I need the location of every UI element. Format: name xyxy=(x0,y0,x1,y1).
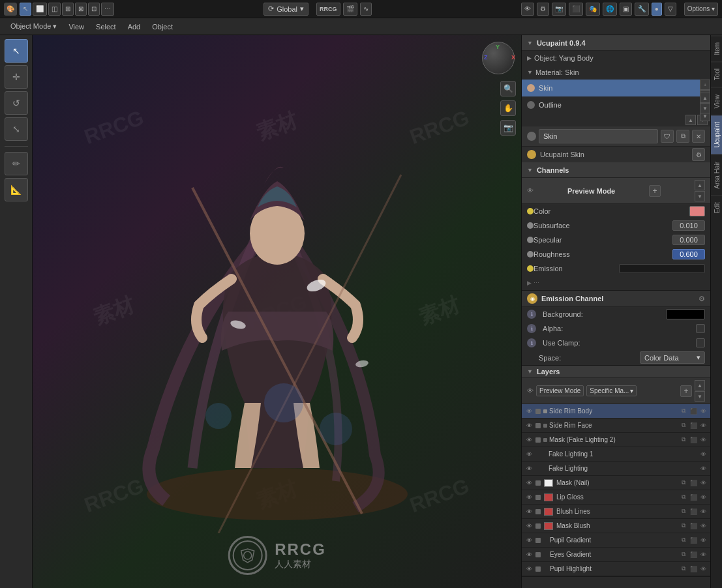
eg-vis-btn[interactable]: 👁 xyxy=(524,550,534,559)
layer-mask-fake-lighting-2[interactable]: 👁 Mask (Fake Lighting 2) ⧉ ⬛ 👁 xyxy=(522,433,710,447)
mn-vis-btn[interactable]: 👁 xyxy=(524,478,534,488)
bl-eye-icon[interactable]: 👁 xyxy=(699,507,708,516)
side-rim-body-vis-btn[interactable]: 👁 xyxy=(524,407,534,416)
vtab-edit[interactable]: Edit xyxy=(711,195,722,220)
ph-mask-icon[interactable]: ⬛ xyxy=(689,565,698,574)
vtab-tool[interactable]: Tool xyxy=(711,61,722,87)
layers-specific-ma[interactable]: Specific Ma... ▾ xyxy=(586,385,637,396)
mfl2-vis-btn[interactable]: 👁 xyxy=(524,435,534,445)
layer-mask-nail[interactable]: 👁 Mask (Nail) ⧉ ⬛ 👁 xyxy=(522,476,710,490)
select-tool-btn[interactable]: ↖ xyxy=(20,3,31,16)
measure-tool[interactable]: 📐 xyxy=(5,178,28,201)
mb-eye-icon[interactable]: 👁 xyxy=(699,522,708,531)
space-dropdown[interactable]: Color Data ▾ xyxy=(640,351,705,364)
color-swatch[interactable] xyxy=(689,206,705,216)
layer-side-rim-body[interactable]: 👁 Side Rim Body ⧉ ⬛ 👁 xyxy=(522,404,710,419)
ph-vis-btn[interactable]: 👁 xyxy=(524,565,534,574)
scene-btn[interactable]: 🎭 xyxy=(586,3,600,16)
fl-vis-btn[interactable]: 👁 xyxy=(524,464,534,473)
scale-tool[interactable]: ⤡ xyxy=(5,117,28,141)
fl1-eye-icon[interactable]: 👁 xyxy=(699,450,708,459)
vtab-ucupaint[interactable]: Ucupaint xyxy=(711,115,722,154)
box-select-btn[interactable]: ⬜ xyxy=(33,3,47,16)
layer-lip-gloss[interactable]: 👁 Lip Gloss ⧉ ⬛ 👁 xyxy=(522,490,710,505)
camera-btn[interactable]: 📷 xyxy=(500,120,516,136)
lg-vis-btn[interactable]: 👁 xyxy=(524,493,534,502)
bl-mask-icon[interactable]: ⬛ xyxy=(689,507,698,516)
toolbar-btn-3[interactable]: ◫ xyxy=(48,3,61,16)
vtab-item[interactable]: Item xyxy=(711,35,722,61)
mat-copy-btn[interactable]: ⧉ xyxy=(676,130,689,143)
eg-copy-icon[interactable]: ⧉ xyxy=(679,550,688,559)
mb-mask-icon[interactable]: ⬛ xyxy=(689,522,698,531)
rotate-tool[interactable]: ↺ xyxy=(5,91,28,115)
settings-btn[interactable]: ⚙ xyxy=(537,3,549,16)
pg-eye-icon[interactable]: 👁 xyxy=(699,536,708,545)
object-menu[interactable]: Object xyxy=(147,22,178,32)
preview-add-btn[interactable]: + xyxy=(649,185,661,197)
data-btn[interactable]: ▽ xyxy=(665,3,676,16)
fl-eye-icon[interactable]: 👁 xyxy=(699,464,708,473)
render-icon-btn[interactable]: 📷 xyxy=(552,3,566,16)
view-menu[interactable]: View xyxy=(63,22,89,32)
side-rim-face-vis-btn[interactable]: 👁 xyxy=(524,421,534,430)
nav-sphere[interactable]: X Y Z xyxy=(482,42,515,74)
mfl2-copy-icon[interactable]: ⧉ xyxy=(679,435,688,445)
layer-eyes-gradient[interactable]: 👁 Eyes Gradient ⧉ ⬛ 👁 xyxy=(522,548,710,562)
channels-chevron[interactable]: ▼ xyxy=(527,167,533,173)
layers-up-btn[interactable]: ▲ xyxy=(695,380,705,390)
eg-mask-icon[interactable]: ⬛ xyxy=(689,550,698,559)
toolbar-btn-7[interactable]: ⋯ xyxy=(101,3,114,16)
mat-area-up[interactable]: ▲ xyxy=(685,115,696,125)
layer-mask-blush[interactable]: 👁 Mask Blush ⧉ ⬛ 👁 xyxy=(522,519,710,533)
side-rim-body-mask-icon[interactable]: ⬛ xyxy=(689,407,698,416)
alpha-checkbox[interactable] xyxy=(696,324,705,333)
viewport[interactable]: RRCG 素材 RRCG 素材 RRCG 素材 RRCG 素材 RRCG xyxy=(33,35,521,588)
subsurface-value[interactable]: 0.010 xyxy=(672,220,705,231)
material-chevron[interactable]: ▼ xyxy=(527,69,533,76)
mb-vis-btn[interactable]: 👁 xyxy=(524,522,534,531)
srf-eye-icon[interactable]: 👁 xyxy=(699,421,708,430)
specular-value[interactable]: 0.000 xyxy=(672,235,705,245)
cursor-tool[interactable]: ↖ xyxy=(5,39,28,63)
mat-add-btn[interactable]: + xyxy=(700,80,710,90)
roughness-value[interactable]: 0.600 xyxy=(672,249,705,259)
mat-name-input[interactable] xyxy=(539,129,658,143)
output-btn[interactable]: ⬛ xyxy=(569,3,583,16)
layer-side-rim-face[interactable]: 👁 Side Rim Face ⧉ ⬛ 👁 xyxy=(522,419,710,433)
object-mode-menu[interactable]: Object Mode ▾ xyxy=(5,21,62,32)
object-props-btn[interactable]: ▣ xyxy=(620,3,632,16)
modifier-btn[interactable]: 🔧 xyxy=(635,3,649,16)
bl-copy-icon[interactable]: ⧉ xyxy=(679,507,688,516)
mn-mask-icon[interactable]: ⬛ xyxy=(689,478,698,488)
navigation-widget[interactable]: X Y Z xyxy=(482,42,515,74)
material-btn[interactable]: ● xyxy=(652,3,662,16)
material-skin[interactable]: Skin xyxy=(522,80,710,96)
object-chevron[interactable]: ▶ xyxy=(527,55,532,61)
mn-eye-icon[interactable]: 👁 xyxy=(699,478,708,488)
lg-eye-icon[interactable]: 👁 xyxy=(699,493,708,502)
layers-chevron[interactable]: ▼ xyxy=(527,368,533,375)
mb-copy-icon[interactable]: ⧉ xyxy=(679,522,688,531)
clamp-checkbox[interactable] xyxy=(696,338,705,347)
pg-copy-icon[interactable]: ⧉ xyxy=(679,536,688,545)
pg-mask-icon[interactable]: ⬛ xyxy=(689,536,698,545)
ucupaint-chevron[interactable]: ▼ xyxy=(527,40,533,46)
world-btn[interactable]: 🌐 xyxy=(603,3,617,16)
pm-down-btn[interactable]: ▼ xyxy=(695,191,705,201)
expand-icon[interactable]: ▶ ⋯ xyxy=(527,280,539,286)
mat-shield-btn[interactable]: 🛡 xyxy=(661,130,674,143)
move-tool[interactable]: ✛ xyxy=(5,65,28,89)
wave-btn[interactable]: ∿ xyxy=(360,3,372,16)
layers-down-btn[interactable]: ▼ xyxy=(695,391,705,402)
layers-add-btn[interactable]: + xyxy=(680,385,692,397)
eg-eye-icon[interactable]: 👁 xyxy=(699,550,708,559)
view-icon-btn[interactable]: 👁 xyxy=(521,3,534,16)
node-gear-btn[interactable]: ⚙ xyxy=(692,148,705,161)
em-gear-btn[interactable]: ⚙ xyxy=(699,295,705,303)
vtab-arsa-hair[interactable]: Arsa Hair xyxy=(711,154,722,196)
vtab-view[interactable]: View xyxy=(711,87,722,115)
pan-btn[interactable]: ✋ xyxy=(500,100,516,116)
render-btn[interactable]: 🎬 xyxy=(343,3,357,16)
toolbar-btn-4[interactable]: ⊞ xyxy=(62,3,74,16)
